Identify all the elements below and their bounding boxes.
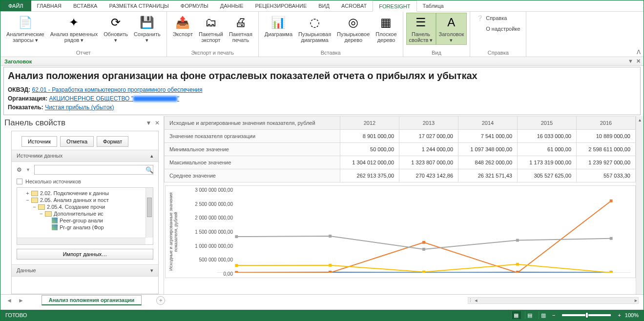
table-cell: 1 323 807 000,00 <box>399 156 458 169</box>
menu-bar: ФАЙЛ ГЛАВНАЯВСТАВКАРАЗМЕТКА СТРАНИЦЫФОРМ… <box>0 0 644 12</box>
table-cell: 8 901 000,00 <box>340 130 399 143</box>
ribbon-Аналитические[interactable]: 📄Аналитическиезапросы ▾ <box>3 13 47 45</box>
tree-item[interactable]: +2.02. Подключение к данны <box>18 190 152 197</box>
gear-dropdown-icon[interactable]: ▼ <box>26 167 30 172</box>
menu-tab-рецензирование[interactable]: РЕЦЕНЗИРОВАНИЕ <box>249 0 312 11</box>
props-close-icon[interactable]: ✕ <box>155 120 160 126</box>
menu-tab-foresight[interactable]: FORESIGHT <box>373 0 416 12</box>
view-normal-icon[interactable]: ▦ <box>511 311 521 319</box>
sheet-nav-prev-icon[interactable]: ◄ <box>3 297 15 304</box>
ribbon-Пакетная[interactable]: 🖨Пакетнаяпечать <box>226 13 255 45</box>
import-data-button[interactable]: Импорт данных… <box>17 249 153 260</box>
row-label: Среднее значение <box>165 169 340 182</box>
ribbon-Пакетный[interactable]: 🗂Пакетныйэкспорт <box>196 13 226 45</box>
sheet-hscrollbar[interactable]: ⋮ ◄► <box>468 297 639 304</box>
okved-link[interactable]: 62.01 - Разработка компьютерного програм… <box>32 86 202 93</box>
header-dropdown-icon[interactable]: ▼ <box>628 58 633 64</box>
table-row: Максимальное значение1 304 012 000,001 3… <box>165 156 636 169</box>
chart-marker <box>329 264 332 267</box>
header-close-icon[interactable]: ✕ <box>636 58 641 64</box>
ribbon-icon: ☰ <box>413 15 429 30</box>
add-sheet-button[interactable]: + <box>156 296 165 305</box>
ribbon-Сохранить[interactable]: 💾Сохранить▾ <box>131 13 164 45</box>
ribbon-Пузырьковая[interactable]: ◌Пузырьковаядиаграмма <box>295 13 334 45</box>
indicator-link[interactable]: Чистая прибыль (убыток) <box>45 104 114 111</box>
table-cell: 1 304 012 000,00 <box>340 156 399 169</box>
accordion-collapse-icon[interactable]: ▴ <box>150 153 153 159</box>
view-pagelayout-icon[interactable]: ▤ <box>525 311 535 319</box>
table-cell: 50 000,00 <box>340 143 399 156</box>
ribbon-Заголовок[interactable]: AЗаголовок▾ <box>436 13 467 45</box>
menu-tab-данные[interactable]: ДАННЫЕ <box>214 0 249 11</box>
menu-tab-acrobat[interactable]: ACROBAT <box>335 0 373 11</box>
props-dropdown-icon[interactable]: ▼ <box>145 120 151 126</box>
data-accordion[interactable]: Данные▾ <box>12 264 158 277</box>
multiple-sources-checkbox[interactable]: Несколько источников <box>12 178 158 187</box>
org-link[interactable]: АКЦИОНЕРНОЕ ОБЩЕСТВО "" <box>49 95 180 102</box>
ribbon-Панель[interactable]: ☰Панельсвойств ▾ <box>406 13 436 45</box>
accordion-expand-icon[interactable]: ▾ <box>150 267 153 274</box>
table-year-header: 2014 <box>458 117 518 130</box>
menu-tab-разметка страницы[interactable]: РАЗМЕТКА СТРАНИЦЫ <box>103 0 174 11</box>
sheet-tab-bar: ◄ ► Анализ положения организации + ⋮ ◄► <box>0 294 644 306</box>
tree-item[interactable]: Pr-gr анализ (Фор <box>18 224 152 231</box>
zoom-slider[interactable] <box>562 314 611 316</box>
chart-marker <box>235 271 238 273</box>
props-tab-Источник[interactable]: Источник <box>21 136 57 147</box>
table-cell: 1 097 348 000,00 <box>458 143 518 156</box>
tree-item[interactable]: −Дополнительные ис <box>18 210 152 217</box>
report-vscrollbar[interactable]: ▴ <box>636 116 644 294</box>
tree-item[interactable]: −2.05.4. Создание прочи <box>18 203 152 210</box>
sheet-nav-next-icon[interactable]: ► <box>15 297 27 304</box>
view-pagebreak-icon[interactable]: ▥ <box>539 311 548 319</box>
chart-marker <box>516 271 519 273</box>
tree-item[interactable]: −2.05. Анализ данных и пост <box>18 197 152 203</box>
datasource-accordion[interactable]: Источники данных▴ <box>12 150 158 162</box>
ribbon-Плоское[interactable]: ▦Плоскоедерево <box>373 13 399 45</box>
ribbon-icon: ◌ <box>307 15 323 30</box>
zoom-in-button[interactable]: + <box>618 312 621 318</box>
zoom-value[interactable]: 100% <box>625 312 639 318</box>
ribbon-group-title: Вид <box>406 49 467 57</box>
chart-marker <box>235 264 238 267</box>
menu-tab-вид[interactable]: ВИД <box>312 0 335 11</box>
ribbon-collapse-icon[interactable]: ᐱ <box>637 49 641 56</box>
properties-title: Панель свойств <box>4 118 65 128</box>
datasource-search-input[interactable] <box>34 165 153 175</box>
table-cell: 1 173 319 000,00 <box>518 156 577 169</box>
datasource-tree[interactable]: +2.02. Подключение к данны−2.05. Анализ … <box>17 187 153 245</box>
ribbon-Анализ временных[interactable]: ✦Анализ временныхрядов ▾ <box>47 13 101 45</box>
ribbon-icon: 📤 <box>175 15 190 30</box>
table-cell: 1 239 927 000,00 <box>577 156 636 169</box>
ribbon-Пузырьковое[interactable]: ◎Пузырьковоедерево <box>334 13 373 45</box>
data-table: Исходные и агрегированные значения показ… <box>164 116 636 182</box>
menu-tab-вставка[interactable]: ВСТАВКА <box>67 0 103 11</box>
ribbon-Обновить[interactable]: ⟳Обновить▾ <box>101 13 131 45</box>
zoom-out-button[interactable]: − <box>552 312 555 318</box>
table-year-header: 2016 <box>577 117 636 130</box>
ribbon-Диаграмма[interactable]: 📊Диаграмма <box>262 13 295 39</box>
ribbon-Экспорт[interactable]: 📤Экспорт <box>170 13 196 39</box>
table-cell: 1 244 000,00 <box>399 143 458 156</box>
search-icon[interactable]: 🔍 <box>145 166 153 174</box>
props-tab-Отметка[interactable]: Отметка <box>60 136 94 147</box>
table-cell: 557 033,30 <box>577 169 636 182</box>
menu-tab-формулы[interactable]: ФОРМУЛЫ <box>175 0 214 11</box>
table-cell: 262 913 375,00 <box>340 169 399 182</box>
ribbon-Справка[interactable]: ❔Справка <box>473 13 523 23</box>
ribbon-icon: ▦ <box>378 15 394 30</box>
ribbon-icon: A <box>443 15 459 30</box>
tree-item[interactable]: Peer-group анали <box>18 217 152 224</box>
file-menu[interactable]: ФАЙЛ <box>0 0 31 11</box>
table-cell: 61 000,00 <box>518 143 577 156</box>
chart-marker <box>516 263 519 266</box>
props-tab-Формат[interactable]: Формат <box>97 136 128 147</box>
menu-tab-главная[interactable]: ГЛАВНАЯ <box>31 0 67 11</box>
tree-hscrollbar[interactable] <box>17 238 145 244</box>
tree-vscrollbar[interactable] <box>145 188 153 238</box>
gear-icon[interactable]: ⚙ <box>17 166 22 173</box>
ribbon-О надстройке[interactable]: О надстройке <box>473 23 523 34</box>
sheet-tab-active[interactable]: Анализ положения организации <box>42 295 142 305</box>
menu-tab-таблица[interactable]: Таблица <box>417 0 450 11</box>
properties-panel: Панель свойств ▼ ✕ ИсточникОтметкаФормат… <box>0 116 164 294</box>
